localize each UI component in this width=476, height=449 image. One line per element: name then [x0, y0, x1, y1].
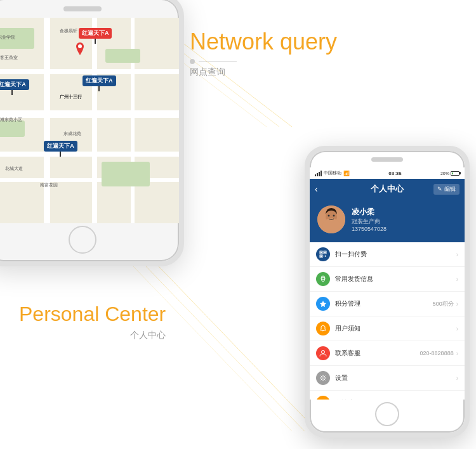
personal-center-title-zh: 个人中心 [19, 330, 166, 341]
phone-screen: 中国移动 📶 03:36 20% ‹ 个人中心 ✎ 编辑 [310, 167, 465, 400]
map-label-3: 名客王茶室 [0, 55, 18, 61]
road-v1 [44, 18, 50, 223]
phone-frame-map: 职业学院 食极易轩 名客王茶室 广州十三行 红遍天下A [0, 0, 184, 266]
user-role: 冠裴生产商 [352, 218, 387, 226]
map-label-south: 南富花园 [40, 182, 58, 188]
address-icon [316, 272, 330, 286]
wifi-icon: 📶 [343, 171, 350, 176]
pin-stem-1 [95, 39, 96, 44]
points-icon [316, 297, 330, 311]
menu-item-skin[interactable]: 个性皮肤 › [310, 391, 465, 400]
pin-stem-2 [11, 90, 13, 95]
pin-label-blue-bottom: 红遍天下A [44, 141, 77, 152]
signal-bar-4 [321, 171, 322, 176]
svg-rect-20 [324, 256, 324, 257]
status-time: 03:36 [388, 171, 401, 176]
nav-bar: ‹ 个人中心 ✎ 编辑 [310, 179, 465, 199]
green-area-2 [0, 120, 25, 137]
menu-item-service[interactable]: 联系客服 020-8828888 › [310, 341, 465, 366]
road-h1 [0, 110, 179, 118]
green-area-3 [102, 162, 150, 186]
svg-rect-17 [321, 256, 322, 257]
menu-item-scan[interactable]: 扫一扫付费 › [310, 242, 465, 267]
user-name: 凌小柔 [352, 207, 387, 218]
menu-list: 扫一扫付费 › 常用发货信息 › [310, 242, 465, 400]
pin-stem-4 [60, 152, 61, 157]
map-phone: 职业学院 食极易轩 名客王茶室 广州十三行 红遍天下A [0, 0, 184, 266]
settings-icon [316, 371, 330, 385]
signal-bar-1 [315, 174, 316, 176]
scan-arrow: › [456, 251, 458, 258]
map-label-2: 食极易轩 [60, 28, 77, 34]
svg-rect-19 [325, 255, 326, 256]
svg-point-11 [333, 215, 335, 217]
battery-icon [451, 171, 459, 176]
signal-bar-3 [319, 172, 320, 176]
svg-point-25 [322, 351, 325, 354]
points-value: 500积分 [433, 300, 454, 308]
location-marker [75, 42, 85, 58]
personal-center-section: Personal Center 个人中心 [19, 302, 166, 341]
menu-item-settings[interactable]: 设置 › [310, 366, 465, 391]
battery-tip [459, 172, 461, 174]
svg-line-5 [133, 266, 292, 431]
status-left: 中国移动 📶 [315, 170, 350, 176]
menu-item-points[interactable]: 积分管理 500积分 › [310, 292, 465, 316]
pin-label-red-top: 红遍天下A [79, 28, 112, 39]
svg-point-10 [328, 215, 330, 217]
edit-button[interactable]: ✎ 编辑 [433, 184, 459, 195]
user-avatar [317, 205, 345, 233]
profile-info: 凌小柔 冠裴生产商 13750547028 [352, 207, 387, 232]
svg-rect-21 [325, 256, 326, 257]
notify-icon [316, 322, 330, 335]
address-arrow: › [456, 276, 458, 283]
user-phone: 13750547028 [352, 226, 387, 232]
road-h3 [0, 152, 179, 157]
map-pin-red-top: 红遍天下A [79, 28, 112, 44]
phone-frame-personal: 中国移动 📶 03:36 20% ‹ 个人中心 ✎ 编辑 [305, 146, 470, 438]
pin-label-blue-left: 红遍天下A [0, 79, 29, 90]
settings-label: 设置 [335, 374, 456, 382]
map-label-dong: 东成花苑 [63, 131, 81, 137]
svg-point-26 [322, 377, 324, 379]
road-v2 [92, 18, 97, 223]
svg-line-4 [146, 266, 305, 431]
dot-decoration [190, 59, 195, 64]
pin-label-blue-center: 红遍天下A [83, 75, 116, 86]
map-content: 职业学院 食极易轩 名客王茶室 广州十三行 红遍天下A [0, 18, 179, 223]
menu-item-address[interactable]: 常用发货信息 › [310, 267, 465, 292]
service-label: 联系客服 [335, 349, 420, 358]
svg-marker-23 [320, 301, 326, 307]
map-pin-blue-bottom: 红遍天下A [44, 141, 77, 157]
skin-arrow: › [456, 400, 458, 400]
signal-indicator [315, 171, 322, 176]
service-icon [316, 346, 330, 360]
nav-title: 个人中心 [371, 183, 404, 195]
avatar-image [317, 205, 345, 233]
service-phone: 020-8828888 [420, 350, 454, 356]
svg-rect-18 [324, 255, 324, 256]
points-arrow: › [456, 301, 458, 308]
notify-arrow: › [456, 325, 458, 332]
network-query-section: Network query 网点查询 [190, 28, 337, 78]
svg-line-3 [159, 266, 317, 431]
menu-item-notify[interactable]: 用户须知 › [310, 316, 465, 341]
svg-point-22 [322, 277, 324, 280]
road-h2 [0, 69, 179, 74]
svg-point-24 [323, 326, 324, 327]
svg-point-9 [322, 218, 340, 233]
svg-point-6 [78, 44, 82, 48]
skin-label: 个性皮肤 [335, 398, 456, 400]
notify-label: 用户须知 [335, 324, 456, 333]
back-button[interactable]: ‹ [315, 184, 318, 194]
svg-rect-15 [321, 252, 322, 253]
points-label: 积分管理 [335, 299, 433, 308]
service-arrow: › [456, 350, 458, 357]
map-label-1: 职业学院 [0, 34, 15, 41]
battery-fill [452, 172, 453, 174]
personal-phone: 中国移动 📶 03:36 20% ‹ 个人中心 ✎ 编辑 [305, 146, 470, 438]
green-area-4 [105, 49, 140, 63]
scan-label: 扫一扫付费 [335, 250, 456, 259]
address-label: 常用发货信息 [335, 275, 456, 283]
map-label-guangzhou: 广州十三行 [60, 94, 82, 100]
